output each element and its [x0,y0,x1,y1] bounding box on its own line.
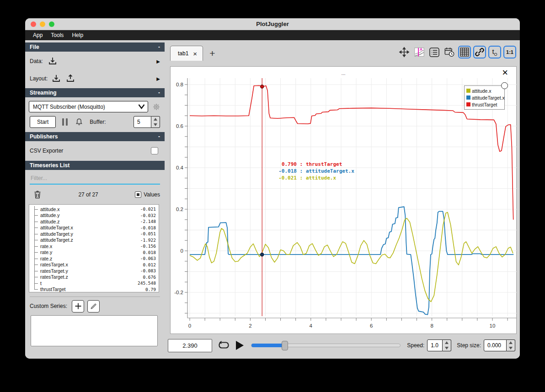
timeseries-row[interactable]: attitudeTarget.x-0.018 [29,225,159,231]
series-name: ratesTarget.z [40,274,143,280]
speed-spinbox[interactable]: 1.0 [427,339,451,351]
series-value: -0.083 [140,268,156,273]
data-menu-arrow-icon[interactable]: ▶ [156,59,160,64]
timeline-slider[interactable] [251,344,401,347]
plot-legend[interactable]: attitude.xattitudeTarget.xthrustTarget [464,85,505,110]
buffer-increment-button[interactable] [151,117,160,122]
tracker-readout: 0.790 : thrustTarget-0.018 : attitudeTar… [270,161,354,181]
values-checkbox[interactable] [135,191,141,198]
timeseries-row[interactable]: attitudeTarget.y-0.051 [29,231,159,237]
publishers-section-header[interactable]: Publishers - [25,132,165,141]
playback-controls: 2.390 Speed: 1.0 [168,339,515,352]
tree-branch [33,212,40,219]
slider-fill [251,344,285,347]
streaming-section-header[interactable]: Streaming - [25,88,165,97]
minimize-window-button[interactable] [40,21,45,27]
menu-item-tools[interactable]: Tools [47,31,68,39]
step-size-spinbox[interactable]: 0.000 [484,339,515,351]
speed-decrement-button[interactable] [443,345,451,351]
tab-close-icon[interactable]: × [193,50,197,57]
menu-item-help[interactable]: Help [68,31,87,39]
series-value: 0.018 [143,250,156,255]
plot-title: ... [171,70,516,76]
timeseries-row[interactable]: attitudeTarget.z-1.922 [29,237,159,244]
pause-streaming-icon[interactable] [62,118,68,126]
loop-playback-icon[interactable] [218,340,230,351]
timeseries-filter-input[interactable] [30,173,160,184]
legend-item[interactable]: attitude.x [466,87,502,94]
start-streaming-button[interactable]: Start [30,116,56,128]
load-data-icon[interactable] [48,56,58,66]
series-value: -0.063 [140,256,156,261]
streaming-source-select[interactable]: MQTT Subscriber (Mosquitto) [29,101,148,112]
legend-list-button[interactable] [428,46,441,58]
streaming-settings-gear-icon[interactable] [152,102,161,111]
readout-line: 0.790 : thrustTarget [270,161,354,168]
timeseries-row[interactable]: ratesTarget.y-0.083 [29,268,159,274]
add-tab-button[interactable]: + [209,48,215,59]
timeseries-row[interactable]: ratesTarget.z0.676 [29,274,159,281]
ratio-1-1-button[interactable]: 1:1 [503,46,516,58]
tab-tab1[interactable]: tab1 × [170,46,203,61]
timeseries-list[interactable]: attitude.x-0.021attitude.y-0.032attitude… [29,204,159,292]
step-increment-button[interactable] [507,340,515,345]
speed-increment-button[interactable] [443,340,451,345]
tree-branch [33,206,40,212]
tree-branch [33,274,40,281]
grid-layout-button[interactable] [458,46,471,58]
series-count: 27 of 27 [78,191,98,198]
timeseries-section-header[interactable]: Timeseries List [25,161,165,170]
buffer-spinbox[interactable]: 5 [134,116,160,128]
time-offset-button[interactable]: tO [488,46,501,58]
link-axes-button[interactable] [473,46,486,58]
layout-menu-arrow-icon[interactable]: ▶ [156,76,160,81]
series-name: attitudeTarget.x [40,225,140,230]
svg-text:A: A [420,47,422,52]
menu-item-app[interactable]: App [29,31,47,39]
legend-item[interactable]: attitudeTarget.x [466,94,502,101]
timeseries-row[interactable]: rate.y0.018 [29,249,159,256]
tab-bar: tab1 × + [170,46,517,61]
timeseries-row[interactable]: attitude.z-2.148 [29,218,159,225]
legend-item[interactable]: thrustTarget [466,101,502,108]
add-custom-series-button[interactable] [72,300,84,313]
curve-style-button[interactable]: A [413,46,426,58]
timeseries-row[interactable]: rate.z-0.063 [29,255,159,262]
buffer-decrement-button[interactable] [151,122,160,127]
series-value: -0.021 [140,207,156,212]
edit-custom-series-button[interactable] [87,300,100,313]
series-name: ratesTarget.x [40,262,143,267]
timeseries-row[interactable]: attitude.y-0.032 [29,212,159,219]
tree-branch [33,231,40,237]
svg-text:0.6: 0.6 [176,123,183,129]
notifications-bell-icon[interactable] [75,117,84,127]
step-decrement-button[interactable] [507,345,515,351]
file-section-header[interactable]: File - [25,42,165,52]
timeseries-row[interactable]: thrustTarget0.79 [29,286,159,293]
buffer-label: Buffer: [90,119,106,125]
legend-handle[interactable] [501,82,508,89]
save-layout-icon[interactable] [65,74,75,84]
timeseries-row[interactable]: rate.x-0.156 [29,243,159,249]
play-button[interactable] [236,341,244,350]
tree-branch [33,262,40,268]
zoom-window-button[interactable] [49,21,54,27]
svg-text:0: 0 [188,323,191,328]
current-time-field[interactable]: 2.390 [168,339,212,352]
load-layout-icon[interactable] [51,74,61,84]
timeseries-row[interactable]: t245.548 [29,280,159,286]
custom-series-list[interactable] [31,315,158,346]
plot-area[interactable]: 02468100.80.60.40.20-0.2 ... × attitude.… [170,66,517,334]
series-name: rate.x [40,244,140,249]
move-tool-button[interactable] [398,46,411,58]
close-window-button[interactable] [31,21,36,27]
svg-text:8: 8 [430,323,433,328]
timeseries-row[interactable]: ratesTarget.x0.012 [29,262,159,268]
series-name: attitude.z [40,219,140,224]
csv-exporter-checkbox[interactable] [151,147,158,154]
datetime-button[interactable] [443,46,456,58]
plot-close-icon[interactable]: × [502,68,508,78]
slider-handle[interactable] [282,341,288,350]
delete-series-trash-icon[interactable] [33,190,42,199]
timeseries-row[interactable]: attitude.x-0.021 [29,206,159,212]
